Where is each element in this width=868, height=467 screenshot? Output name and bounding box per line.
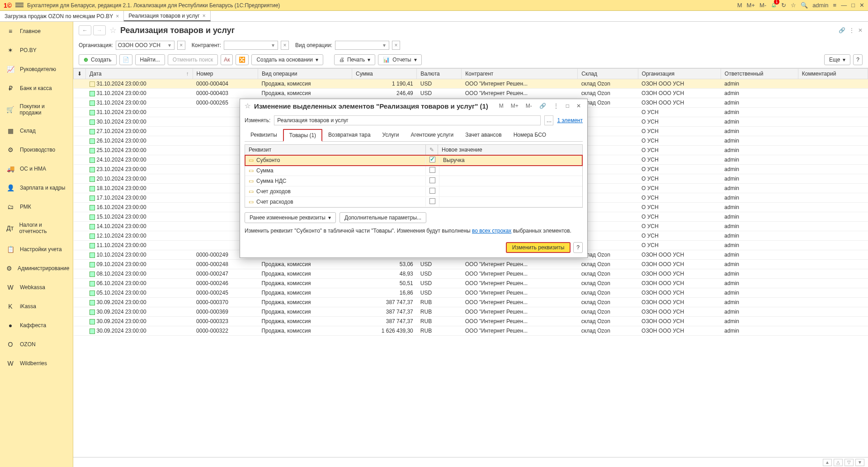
col-7[interactable]: Организация [638,69,721,79]
copy-button[interactable]: 📄 [119,54,132,65]
back-button[interactable]: ← [79,25,91,35]
table-row[interactable]: 05.10.2024 23:00:000000-000245Продажа, к… [74,288,868,298]
checkbox[interactable] [429,177,435,183]
star-icon[interactable]: ☆ [109,25,117,35]
contr-clear[interactable]: × [281,41,289,50]
notifications-icon[interactable]: 🕭 [771,2,777,9]
table-row[interactable]: 30.09.2024 23:00:000000-000322Продажа, к… [74,326,868,336]
col-marker[interactable]: ⬇ [74,69,86,79]
more-icon[interactable]: ⋮ [849,27,854,33]
modal-mminus[interactable]: M- [524,103,534,109]
prev-changed-button[interactable]: Ранее измененные реквизиты ▾ [245,212,336,223]
org-clear[interactable]: × [177,41,185,50]
dk-button[interactable]: Ак [221,54,233,65]
minimize-icon[interactable]: — [841,2,847,9]
modal-tab-0[interactable]: Реквизиты [245,129,283,141]
reports-button[interactable]: 📊 Отчеты ▾ [378,54,421,65]
org-combo[interactable]: ОЗОН ООО УСН▾ [116,41,175,50]
sidebar-item-1[interactable]: ✶PO.BY [0,41,73,60]
modal-m[interactable]: M [497,103,505,109]
search-icon[interactable]: 🔍 [801,2,808,9]
col-1[interactable]: Номер [193,69,258,79]
sidebar-item-0[interactable]: ≡Главное [0,22,73,41]
modal-tab-3[interactable]: Услуги [377,129,405,141]
props-row[interactable]: ▭Сумма [245,166,582,176]
col-6[interactable]: Склад [578,69,638,79]
sidebar-item-3[interactable]: ₽Банк и касса [0,79,73,98]
checkbox[interactable] [429,188,435,194]
col-3[interactable]: Сумма [352,69,417,79]
sidebar-item-10[interactable]: ДтНалоги и отчетность [0,216,73,240]
sidebar-item-2[interactable]: 📈Руководителю [0,60,73,79]
tab-1[interactable]: Реализация товаров и услуг× [124,11,210,21]
modal-link-icon[interactable]: 🔗 [538,103,548,109]
memory-mplus[interactable]: M+ [747,2,755,9]
change-input[interactable]: Реализация товаров и услуг [274,115,541,125]
col-5[interactable]: Контрагент [462,69,578,79]
tab-0[interactable]: Загрузка продаж OZON по месяцам PO.BY× [0,11,124,21]
sidebar-item-14[interactable]: KiKassa [0,297,73,316]
menu-icon[interactable] [15,3,24,8]
props-row[interactable]: ▭СубконтоВыручка [245,155,582,166]
sidebar-item-17[interactable]: WWildberries [0,354,73,373]
maximize-icon[interactable]: □ [851,2,855,9]
table-row[interactable]: 09.10.2024 23:00:000000-000248Продажа, к… [74,260,868,269]
close-page-icon[interactable]: ✕ [858,27,863,33]
table-row[interactable]: 31.10.2024 23:00:000000-000404Продажа, к… [74,79,868,89]
tab-close-icon[interactable]: × [203,13,206,19]
modal-help-button[interactable]: ? [573,242,583,253]
sidebar-item-6[interactable]: ⚙Производство [0,140,73,159]
sidebar-item-15[interactable]: ●Каффеста [0,316,73,335]
modal-tab-2[interactable]: Возвратная тара [322,129,377,141]
create-button[interactable]: ⊕Создать [79,54,117,65]
sidebar-item-16[interactable]: OOZON [0,335,73,354]
close-app-icon[interactable]: ✕ [859,2,864,9]
modal-tab-5[interactable]: Зачет авансов [459,129,507,141]
props-row[interactable]: ▭Счет расходов [245,197,582,207]
vid-combo[interactable]: ▾ [335,41,389,50]
history-icon[interactable]: ↻ [781,2,786,9]
modal-mplus[interactable]: M+ [509,103,520,109]
sidebar-item-4[interactable]: 🛒Покупки и продажи [0,98,73,121]
table-row[interactable]: 31.10.2024 23:00:000000-000403Продажа, к… [74,89,868,98]
sidebar-item-13[interactable]: WWebkassa [0,278,73,297]
modal-tab-6[interactable]: Номера БСО [508,129,552,141]
sidebar-item-11[interactable]: 📋Настройки учета [0,240,73,259]
memory-mminus[interactable]: M- [760,2,766,9]
modal-maximize-icon[interactable]: □ [564,103,571,109]
scroll-top[interactable]: ▲ [823,459,832,466]
link-icon[interactable]: 🔗 [839,27,845,33]
sidebar-item-12[interactable]: ⚙Администрирование [0,259,73,278]
checkbox[interactable] [429,198,435,204]
col-4[interactable]: Валюта [417,69,462,79]
sidebar-item-7[interactable]: 🚚ОС и НМА [0,159,73,178]
modal-star-icon[interactable]: ☆ [245,102,250,110]
table-row[interactable]: 30.09.2024 23:00:000000-000323Продажа, к… [74,317,868,326]
vid-clear[interactable]: × [392,41,400,50]
scroll-bottom[interactable]: ▼ [855,459,864,466]
all-rows-link[interactable]: во всех строках [472,228,511,234]
col-9[interactable]: Комментарий [798,69,868,79]
sidebar-item-5[interactable]: ▦Склад [0,121,73,140]
apply-button[interactable]: Изменить реквизиты [506,242,571,253]
modal-close-icon[interactable]: ✕ [575,103,583,109]
table-row[interactable]: 08.10.2024 23:00:000000-000247Продажа, к… [74,269,868,279]
one-element-link[interactable]: 1 элемент [557,117,583,124]
create-based-button[interactable]: Создать на основании ▾ [251,54,323,65]
sidebar-item-9[interactable]: 🗂РМК [0,197,73,216]
col-0[interactable]: Дата ↑ [86,69,193,79]
print-button[interactable]: 🖨 Печать ▾ [334,54,375,65]
scroll-down[interactable]: ▽ [844,459,854,466]
favorites-icon[interactable]: ☆ [791,2,796,9]
find-button[interactable]: Найти... [135,54,165,65]
contr-combo[interactable]: ▾ [224,41,278,50]
modal-more-icon[interactable]: ⋮ [552,103,561,109]
table-row[interactable]: 06.10.2024 23:00:000000-000246Продажа, к… [74,279,868,288]
checkbox[interactable] [429,157,435,162]
col-8[interactable]: Ответственный [721,69,798,79]
extra-params-button[interactable]: Дополнительные параметры... [340,212,426,223]
col-2[interactable]: Вид операции [258,69,352,79]
more-button[interactable]: Еще ▾ [824,54,850,65]
props-row[interactable]: ▭Сумма НДС [245,176,582,186]
forward-button[interactable]: → [93,25,106,35]
